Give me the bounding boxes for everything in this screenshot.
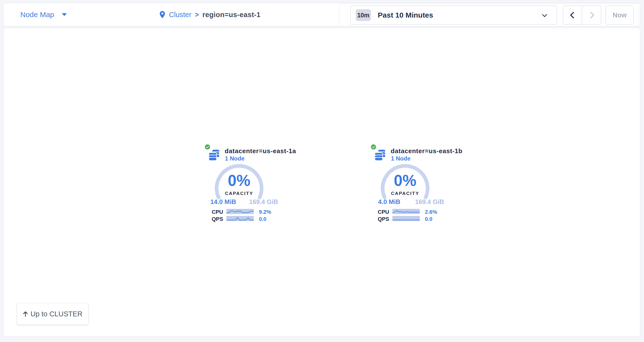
up-to-cluster-button[interactable]: Up to CLUSTER	[17, 303, 88, 325]
locality-nodes-link[interactable]: 1 Node	[391, 155, 410, 162]
locality-card-us-east-1a[interactable]: datacenter=us-east-1a 1 Node 0% CAPACITY…	[205, 144, 286, 226]
qps-sparkline	[392, 216, 420, 221]
top-bar: Node Map Cluster > region=us-east-1 10m …	[4, 3, 640, 26]
qps-sparkline	[226, 216, 254, 221]
node-map-canvas: datacenter=us-east-1a 1 Node 0% CAPACITY…	[4, 28, 640, 337]
cpu-value: 9.2%	[259, 209, 283, 215]
arrow-up-icon	[23, 311, 28, 317]
time-step-forward-button[interactable]	[582, 6, 601, 24]
time-step-back-button[interactable]	[563, 6, 582, 24]
view-selector-label: Node Map	[20, 10, 54, 19]
capacity-percent: 0%	[215, 172, 264, 189]
time-range-dropdown[interactable]: 10m Past 10 Minutes	[350, 5, 557, 25]
cpu-sparkline	[226, 209, 254, 214]
database-stack-icon	[208, 149, 220, 161]
chevron-right-icon	[587, 12, 594, 18]
cpu-value: 2.6%	[425, 209, 450, 215]
qps-label: QPS	[378, 216, 392, 222]
qps-value: 0.0	[259, 216, 283, 222]
breadcrumb-cluster-link[interactable]: Cluster	[169, 11, 192, 19]
capacity-used: 4.0 MiB	[371, 198, 407, 206]
capacity-caption: CAPACITY	[215, 191, 264, 196]
location-pin-icon	[159, 11, 166, 18]
chevron-left-icon	[570, 12, 576, 18]
up-to-cluster-label: Up to CLUSTER	[30, 310, 83, 318]
time-step-group	[563, 5, 601, 25]
capacity-percent: 0%	[381, 172, 430, 189]
cpu-sparkline	[392, 209, 420, 214]
cpu-label: CPU	[378, 209, 392, 215]
capacity-caption: CAPACITY	[381, 191, 430, 196]
capacity-used: 14.0 MiB	[205, 198, 241, 206]
qps-value: 0.0	[425, 216, 450, 222]
breadcrumb: Cluster > region=us-east-1	[159, 3, 260, 26]
capacity-total: 169.4 GiB	[410, 198, 449, 206]
capacity-total: 169.4 GiB	[244, 198, 283, 206]
cpu-label: CPU	[212, 209, 226, 215]
time-range-label: Past 10 Minutes	[378, 11, 433, 19]
breadcrumb-separator: >	[195, 11, 199, 19]
now-button[interactable]: Now	[606, 5, 634, 25]
node-map-page: Node Map Cluster > region=us-east-1 10m …	[0, 0, 644, 342]
chevron-down-icon	[542, 12, 547, 17]
qps-label: QPS	[212, 216, 226, 222]
caret-down-icon	[62, 13, 67, 16]
view-selector-dropdown[interactable]: Node Map	[20, 3, 67, 26]
breadcrumb-current: region=us-east-1	[202, 11, 261, 19]
database-stack-icon	[374, 149, 386, 161]
time-range-badge: 10m	[356, 9, 371, 21]
locality-card-us-east-1b[interactable]: datacenter=us-east-1b 1 Node 0% CAPACITY…	[371, 144, 452, 226]
time-window-panel: 10m Past 10 Minutes Now	[339, 3, 638, 26]
locality-title: datacenter=us-east-1a	[225, 147, 296, 155]
locality-title: datacenter=us-east-1b	[391, 147, 462, 155]
locality-nodes-link[interactable]: 1 Node	[225, 155, 244, 162]
